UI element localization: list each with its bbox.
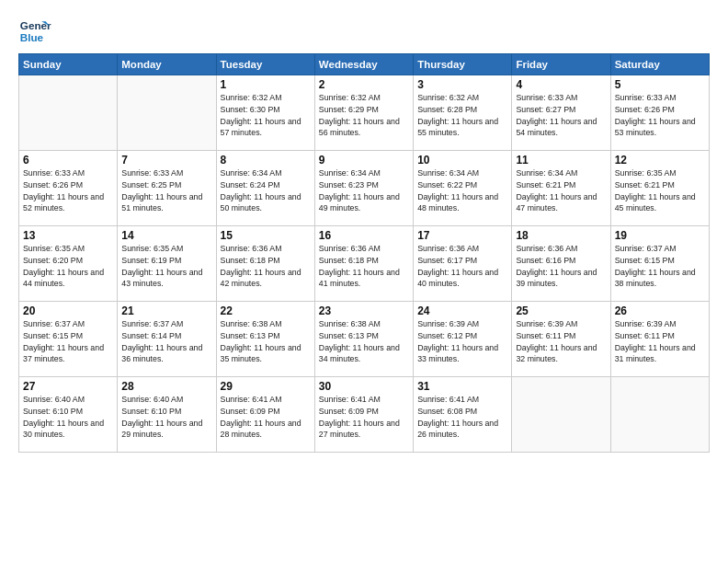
calendar-week-row: 20Sunrise: 6:37 AM Sunset: 6:15 PM Dayli… [19, 302, 710, 377]
calendar-cell: 15Sunrise: 6:36 AM Sunset: 6:18 PM Dayli… [216, 226, 314, 302]
calendar-cell: 23Sunrise: 6:38 AM Sunset: 6:13 PM Dayli… [314, 302, 413, 377]
calendar-cell: 24Sunrise: 6:39 AM Sunset: 6:12 PM Dayli… [414, 302, 512, 377]
day-info: Sunrise: 6:41 AM Sunset: 6:09 PM Dayligh… [221, 394, 311, 441]
day-number: 31 [417, 380, 507, 393]
day-info: Sunrise: 6:32 AM Sunset: 6:29 PM Dayligh… [319, 92, 409, 139]
day-info: Sunrise: 6:41 AM Sunset: 6:08 PM Dayligh… [417, 394, 507, 441]
calendar-cell: 27Sunrise: 6:40 AM Sunset: 6:10 PM Dayli… [19, 377, 118, 453]
logo-icon: General Blue [18, 15, 51, 48]
day-info: Sunrise: 6:39 AM Sunset: 6:11 PM Dayligh… [615, 318, 705, 365]
calendar-header-tuesday: Tuesday [216, 54, 314, 75]
calendar-cell: 5Sunrise: 6:33 AM Sunset: 6:26 PM Daylig… [610, 75, 709, 151]
svg-text:Blue: Blue [20, 31, 44, 43]
calendar-cell: 20Sunrise: 6:37 AM Sunset: 6:15 PM Dayli… [19, 302, 118, 377]
calendar-cell: 3Sunrise: 6:32 AM Sunset: 6:28 PM Daylig… [414, 75, 512, 151]
logo: General Blue [18, 15, 55, 48]
day-number: 14 [121, 229, 211, 242]
day-info: Sunrise: 6:33 AM Sunset: 6:26 PM Dayligh… [23, 167, 113, 214]
day-number: 7 [121, 154, 211, 167]
day-info: Sunrise: 6:39 AM Sunset: 6:11 PM Dayligh… [516, 318, 606, 365]
day-info: Sunrise: 6:32 AM Sunset: 6:30 PM Dayligh… [221, 92, 311, 139]
calendar-header-sunday: Sunday [19, 54, 118, 75]
calendar-cell: 13Sunrise: 6:35 AM Sunset: 6:20 PM Dayli… [19, 226, 118, 302]
day-number: 23 [319, 304, 409, 317]
day-info: Sunrise: 6:34 AM Sunset: 6:23 PM Dayligh… [319, 167, 409, 214]
page: General Blue SundayMondayTuesdayWednesda… [0, 0, 728, 563]
calendar-cell: 14Sunrise: 6:35 AM Sunset: 6:19 PM Dayli… [118, 226, 216, 302]
day-info: Sunrise: 6:32 AM Sunset: 6:28 PM Dayligh… [417, 92, 507, 139]
calendar-header-row: SundayMondayTuesdayWednesdayThursdayFrid… [19, 54, 710, 75]
day-info: Sunrise: 6:40 AM Sunset: 6:10 PM Dayligh… [23, 394, 113, 441]
day-info: Sunrise: 6:41 AM Sunset: 6:09 PM Dayligh… [319, 394, 409, 441]
day-number: 1 [221, 78, 311, 91]
day-number: 6 [23, 154, 113, 167]
day-number: 25 [516, 304, 606, 317]
calendar-cell: 30Sunrise: 6:41 AM Sunset: 6:09 PM Dayli… [314, 377, 413, 453]
day-info: Sunrise: 6:34 AM Sunset: 6:22 PM Dayligh… [417, 167, 507, 214]
day-number: 12 [615, 154, 705, 167]
day-number: 11 [516, 154, 606, 167]
calendar-cell: 9Sunrise: 6:34 AM Sunset: 6:23 PM Daylig… [314, 151, 413, 226]
calendar-header-friday: Friday [512, 54, 610, 75]
day-info: Sunrise: 6:34 AM Sunset: 6:21 PM Dayligh… [516, 167, 606, 214]
day-number: 9 [319, 154, 409, 167]
day-number: 2 [319, 78, 409, 91]
calendar-cell: 26Sunrise: 6:39 AM Sunset: 6:11 PM Dayli… [610, 302, 709, 377]
day-number: 8 [221, 154, 311, 167]
day-number: 16 [319, 229, 409, 242]
calendar-header-wednesday: Wednesday [314, 54, 413, 75]
calendar-cell: 1Sunrise: 6:32 AM Sunset: 6:30 PM Daylig… [216, 75, 314, 151]
day-info: Sunrise: 6:39 AM Sunset: 6:12 PM Dayligh… [417, 318, 507, 365]
day-info: Sunrise: 6:38 AM Sunset: 6:13 PM Dayligh… [319, 318, 409, 365]
calendar-cell: 7Sunrise: 6:33 AM Sunset: 6:25 PM Daylig… [118, 151, 216, 226]
day-number: 28 [121, 380, 211, 393]
day-number: 29 [221, 380, 311, 393]
day-info: Sunrise: 6:36 AM Sunset: 6:17 PM Dayligh… [417, 243, 507, 290]
day-info: Sunrise: 6:40 AM Sunset: 6:10 PM Dayligh… [121, 394, 211, 441]
day-info: Sunrise: 6:33 AM Sunset: 6:27 PM Dayligh… [516, 92, 606, 139]
day-number: 20 [23, 304, 113, 317]
day-info: Sunrise: 6:35 AM Sunset: 6:21 PM Dayligh… [615, 167, 705, 214]
day-info: Sunrise: 6:37 AM Sunset: 6:14 PM Dayligh… [121, 318, 211, 365]
calendar-cell [19, 75, 118, 151]
calendar-cell: 12Sunrise: 6:35 AM Sunset: 6:21 PM Dayli… [610, 151, 709, 226]
day-number: 3 [417, 78, 507, 91]
calendar-header-thursday: Thursday [414, 54, 512, 75]
day-number: 13 [23, 229, 113, 242]
day-info: Sunrise: 6:35 AM Sunset: 6:19 PM Dayligh… [121, 243, 211, 290]
calendar-header-monday: Monday [118, 54, 216, 75]
calendar-cell: 10Sunrise: 6:34 AM Sunset: 6:22 PM Dayli… [414, 151, 512, 226]
calendar-cell: 17Sunrise: 6:36 AM Sunset: 6:17 PM Dayli… [414, 226, 512, 302]
calendar-cell: 4Sunrise: 6:33 AM Sunset: 6:27 PM Daylig… [512, 75, 610, 151]
calendar-cell: 25Sunrise: 6:39 AM Sunset: 6:11 PM Dayli… [512, 302, 610, 377]
day-number: 30 [319, 380, 409, 393]
day-number: 10 [417, 154, 507, 167]
day-info: Sunrise: 6:36 AM Sunset: 6:18 PM Dayligh… [221, 243, 311, 290]
day-number: 5 [615, 78, 705, 91]
day-number: 18 [516, 229, 606, 242]
calendar-week-row: 6Sunrise: 6:33 AM Sunset: 6:26 PM Daylig… [19, 151, 710, 226]
day-info: Sunrise: 6:37 AM Sunset: 6:15 PM Dayligh… [23, 318, 113, 365]
calendar-cell [512, 377, 610, 453]
day-info: Sunrise: 6:33 AM Sunset: 6:25 PM Dayligh… [121, 167, 211, 214]
calendar-cell: 11Sunrise: 6:34 AM Sunset: 6:21 PM Dayli… [512, 151, 610, 226]
calendar-week-row: 27Sunrise: 6:40 AM Sunset: 6:10 PM Dayli… [19, 377, 710, 453]
calendar-cell: 19Sunrise: 6:37 AM Sunset: 6:15 PM Dayli… [610, 226, 709, 302]
calendar-cell: 16Sunrise: 6:36 AM Sunset: 6:18 PM Dayli… [314, 226, 413, 302]
svg-text:General: General [20, 19, 51, 31]
calendar-cell: 6Sunrise: 6:33 AM Sunset: 6:26 PM Daylig… [19, 151, 118, 226]
day-number: 26 [615, 304, 705, 317]
calendar-cell: 8Sunrise: 6:34 AM Sunset: 6:24 PM Daylig… [216, 151, 314, 226]
day-number: 22 [221, 304, 311, 317]
calendar-cell: 2Sunrise: 6:32 AM Sunset: 6:29 PM Daylig… [314, 75, 413, 151]
calendar-cell [610, 377, 709, 453]
day-info: Sunrise: 6:36 AM Sunset: 6:16 PM Dayligh… [516, 243, 606, 290]
day-number: 4 [516, 78, 606, 91]
day-number: 19 [615, 229, 705, 242]
day-info: Sunrise: 6:37 AM Sunset: 6:15 PM Dayligh… [615, 243, 705, 290]
calendar-cell: 28Sunrise: 6:40 AM Sunset: 6:10 PM Dayli… [118, 377, 216, 453]
day-info: Sunrise: 6:33 AM Sunset: 6:26 PM Dayligh… [615, 92, 705, 139]
calendar-cell: 21Sunrise: 6:37 AM Sunset: 6:14 PM Dayli… [118, 302, 216, 377]
day-info: Sunrise: 6:35 AM Sunset: 6:20 PM Dayligh… [23, 243, 113, 290]
day-info: Sunrise: 6:34 AM Sunset: 6:24 PM Dayligh… [221, 167, 311, 214]
